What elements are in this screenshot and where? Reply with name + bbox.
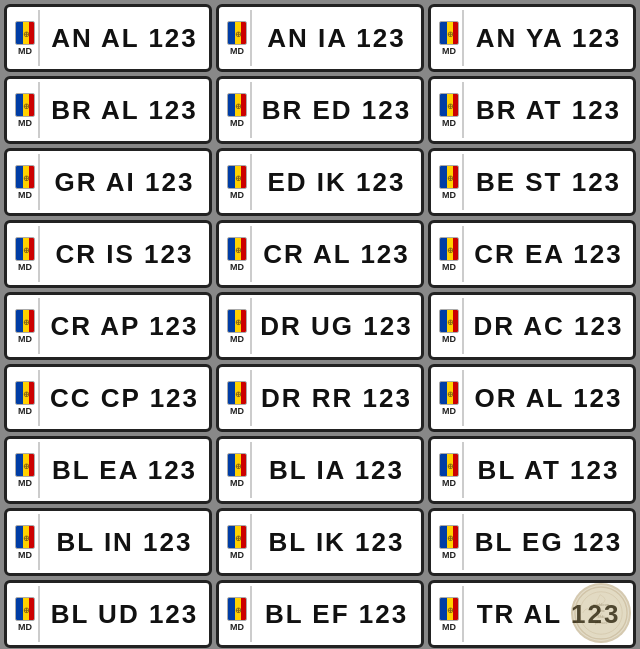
license-plate: ⊕ MDBL EG 123 <box>428 508 636 576</box>
plate-country-code: MD <box>18 551 32 560</box>
svg-text:⊕: ⊕ <box>235 102 242 111</box>
license-plate: ⊕ MDED IK 123 <box>216 148 424 216</box>
plate-left-section: ⊕ MD <box>12 298 40 354</box>
svg-text:⊕: ⊕ <box>235 174 242 183</box>
license-plate: ⊕ MDCR AP 123 <box>4 292 212 360</box>
plate-number-text: DR UG 123 <box>257 311 416 342</box>
plate-number-text: BL EA 123 <box>45 455 204 486</box>
plate-number-text: CR EA 123 <box>469 239 628 270</box>
plate-flag: ⊕ <box>15 525 35 549</box>
svg-rect-98 <box>29 598 35 621</box>
plate-number-text: BR AL 123 <box>45 95 204 126</box>
plate-left-section: ⊕ MD <box>224 586 252 642</box>
svg-text:⊕: ⊕ <box>23 246 30 255</box>
svg-rect-22 <box>453 94 459 117</box>
svg-text:⊕: ⊕ <box>447 102 454 111</box>
plate-flag: ⊕ <box>15 165 35 189</box>
svg-rect-10 <box>453 22 459 45</box>
plate-left-section: ⊕ MD <box>12 82 40 138</box>
plate-flag: ⊕ <box>15 309 35 333</box>
plate-number-text: BR ED 123 <box>257 95 416 126</box>
svg-rect-66 <box>241 382 247 405</box>
plate-country-code: MD <box>230 479 244 488</box>
plate-left-section: ⊕ MD <box>12 10 40 66</box>
plate-number-text: BL EG 123 <box>469 527 628 558</box>
license-plate: ⊕ MDBL IA 123 <box>216 436 424 504</box>
svg-text:⊕: ⊕ <box>23 606 30 615</box>
plate-number-text: DR AC 123 <box>469 311 628 342</box>
plate-flag: ⊕ <box>439 93 459 117</box>
plate-left-section: ⊕ MD <box>12 514 40 570</box>
plate-number-text: CC CP 123 <box>45 383 204 414</box>
plate-flag: ⊕ <box>227 525 247 549</box>
svg-text:⊕: ⊕ <box>447 30 454 39</box>
plate-number-text: BR AT 123 <box>469 95 628 126</box>
license-plate: ⊕ MDBL AT 123 <box>428 436 636 504</box>
svg-rect-26 <box>29 166 35 189</box>
svg-rect-62 <box>29 382 35 405</box>
plate-flag: ⊕ <box>15 453 35 477</box>
svg-text:⊕: ⊕ <box>23 30 30 39</box>
plate-left-section: ⊕ MD <box>436 82 464 138</box>
plate-left-section: ⊕ MD <box>224 82 252 138</box>
svg-text:⊕: ⊕ <box>23 462 30 471</box>
plate-country-code: MD <box>442 623 456 632</box>
plate-left-section: ⊕ MD <box>224 226 252 282</box>
plate-number-text: CR AL 123 <box>257 239 416 270</box>
svg-text:⊕: ⊕ <box>235 246 242 255</box>
plate-country-code: MD <box>18 407 32 416</box>
plate-country-code: MD <box>230 119 244 128</box>
plate-number-text: BL AT 123 <box>469 455 628 486</box>
plate-country-code: MD <box>442 263 456 272</box>
plate-country-code: MD <box>230 551 244 560</box>
plate-flag: ⊕ <box>227 381 247 405</box>
plate-flag: ⊕ <box>439 453 459 477</box>
svg-rect-30 <box>241 166 247 189</box>
svg-text:⊕: ⊕ <box>235 606 242 615</box>
license-plate: ⊕ MDBL IK 123 <box>216 508 424 576</box>
svg-text:⊕: ⊕ <box>23 390 30 399</box>
svg-rect-74 <box>29 454 35 477</box>
plate-country-code: MD <box>442 335 456 344</box>
plate-left-section: ⊕ MD <box>436 370 464 426</box>
svg-text:⊕: ⊕ <box>235 534 242 543</box>
svg-text:⊕: ⊕ <box>235 390 242 399</box>
svg-rect-2 <box>29 22 35 45</box>
plate-flag: ⊕ <box>227 453 247 477</box>
license-plate: ⊕ MDDR UG 123 <box>216 292 424 360</box>
plate-country-code: MD <box>18 335 32 344</box>
plate-number-text: BL IN 123 <box>45 527 204 558</box>
svg-rect-6 <box>241 22 247 45</box>
plate-country-code: MD <box>230 47 244 56</box>
plate-country-code: MD <box>230 335 244 344</box>
plate-left-section: ⊕ MD <box>436 10 464 66</box>
plate-number-text: AN AL 123 <box>45 23 204 54</box>
license-plate: ⊕ MDCC CP 123 <box>4 364 212 432</box>
license-plate: ⊕ MDBL EF 123 <box>216 580 424 648</box>
svg-rect-106 <box>453 598 459 621</box>
plate-country-code: MD <box>230 623 244 632</box>
svg-text:⊕: ⊕ <box>235 462 242 471</box>
license-plate: ⊕ MDAN YA 123 <box>428 4 636 72</box>
svg-text:pikbru.ru: pikbru.ru <box>595 621 608 625</box>
license-plate: ⊕ MDAN AL 123 <box>4 4 212 72</box>
plate-country-code: MD <box>18 263 32 272</box>
svg-rect-54 <box>241 310 247 333</box>
svg-text:⊕: ⊕ <box>23 174 30 183</box>
plate-flag: ⊕ <box>439 309 459 333</box>
svg-rect-90 <box>241 526 247 549</box>
svg-rect-42 <box>241 238 247 261</box>
plate-flag: ⊕ <box>227 165 247 189</box>
plate-number-text: BL EF 123 <box>257 599 416 630</box>
plate-left-section: ⊕ MD <box>436 154 464 210</box>
svg-text:⊕: ⊕ <box>447 390 454 399</box>
plate-flag: ⊕ <box>439 165 459 189</box>
plate-country-code: MD <box>18 191 32 200</box>
plate-country-code: MD <box>18 119 32 128</box>
license-plate-grid: ⊕ MDAN AL 123 ⊕ MDAN IA 123 ⊕ MDAN YA 12… <box>0 0 640 649</box>
plate-country-code: MD <box>442 407 456 416</box>
plate-left-section: ⊕ MD <box>12 154 40 210</box>
license-plate: ⊕ MDTR AL 123 moldova Avto Shki pikbru.r… <box>428 580 636 648</box>
plate-flag: ⊕ <box>439 21 459 45</box>
license-plate: ⊕ MDBL UD 123 <box>4 580 212 648</box>
